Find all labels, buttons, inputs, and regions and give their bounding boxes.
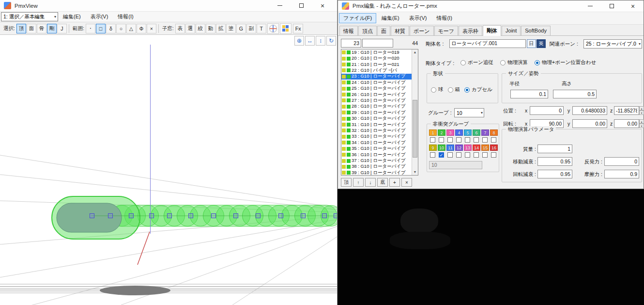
noncollision-group-button-15[interactable]: 15	[481, 144, 489, 151]
edit-mode-select[interactable]: 1: 選択／基本編集 ▾	[1, 12, 58, 21]
name-japanese-button[interactable]: 日	[527, 39, 536, 48]
fx-button[interactable]: Fx	[293, 24, 304, 33]
pmxedit-menu-item-0[interactable]: ファイル(F)	[339, 13, 376, 23]
noncollision-group-button-16[interactable]: 16	[490, 144, 498, 151]
rigidbody-list-item[interactable]: 31 : G10 | ローターパイプ	[341, 122, 412, 128]
group-select[interactable]: 10 ▾	[454, 108, 484, 117]
tab-情報[interactable]: 情報	[339, 26, 358, 35]
list-action-button-5[interactable]: ×	[401, 178, 412, 187]
rigidbody-list-item[interactable]: 33 : G10 | ローターパイプ	[341, 134, 412, 140]
height-input[interactable]	[553, 90, 597, 98]
rigidbody-list-item[interactable]: 23 : G10 | ローターパイプ	[341, 74, 412, 80]
scroll-down-icon[interactable]: ▼	[412, 169, 418, 175]
subwindow-button-3[interactable]: 動	[206, 24, 215, 33]
spinner-up-icon[interactable]: ▲	[639, 106, 644, 111]
name-english-button[interactable]: 英	[537, 39, 546, 48]
shape-option-2[interactable]: カプセル	[464, 86, 492, 93]
select-mode-button-2[interactable]: 骨	[37, 24, 46, 33]
noncollision-group-button-12[interactable]: 12	[455, 144, 463, 151]
pmxedit-titlebar[interactable]: Pmx編集 - れみこんローター.pmx ×	[338, 0, 644, 12]
pmxview-close-button[interactable]: ×	[312, 0, 333, 11]
mass-input[interactable]	[537, 144, 572, 153]
rigidbody-type-option-2[interactable]: 物理+ボーン位置合わせ	[535, 59, 596, 66]
subwindow-button-5[interactable]: 塗	[226, 24, 236, 33]
tab-頂点[interactable]: 頂点	[358, 26, 377, 35]
list-action-button-1[interactable]: ↑	[353, 178, 364, 187]
position-z-input[interactable]	[614, 106, 639, 115]
range-mode-button-5[interactable]: Φ	[137, 24, 146, 33]
repulsion-input[interactable]	[604, 157, 639, 166]
rigidbody-list-item[interactable]: 39 : G10 | ローターパイプ	[341, 170, 412, 176]
rigidbody-list-item[interactable]: 34 : G10 | ローターパイプ	[341, 140, 412, 145]
pmxview-titlebar[interactable]: PmxView ×	[0, 0, 337, 12]
select-mode-button-0[interactable]: 頂	[16, 24, 26, 33]
subwindow-button-8[interactable]: T	[257, 24, 266, 33]
list-scrollbar[interactable]: ▲ ▼	[412, 49, 418, 175]
pmxview-maximize-button[interactable]	[291, 0, 312, 11]
pmxview-menu-item-0[interactable]: 編集(E)	[58, 12, 86, 21]
noncollision-group-button-8[interactable]: 8	[490, 129, 498, 136]
position-x-input[interactable]	[530, 106, 564, 115]
tab-表示枠[interactable]: 表示枠	[459, 26, 482, 35]
shape-option-0[interactable]: 球	[431, 86, 444, 93]
scroll-up-icon[interactable]: ▲	[412, 49, 418, 55]
rotation-damping-input[interactable]	[537, 170, 572, 178]
pmxedit-menu-item-2[interactable]: 表示(V)	[405, 13, 431, 23]
subwindow-button-6[interactable]: G	[236, 24, 246, 33]
tab-モーフ[interactable]: モーフ	[434, 26, 459, 35]
rigidbody-list-item[interactable]: 20 : G10 | ローター020	[341, 55, 412, 61]
noncollision-checkbox-5[interactable]	[465, 137, 470, 143]
noncollision-group-button-3[interactable]: 3	[446, 129, 454, 136]
noncollision-checkbox-9[interactable]	[430, 152, 435, 158]
rigidbody-list-item[interactable]: 30 : G10 | ローターパイプ	[341, 115, 412, 121]
spinner-down-icon[interactable]: ▼	[639, 111, 644, 115]
range-mode-button-1[interactable]: □	[96, 24, 106, 33]
list-action-button-3[interactable]: 底	[377, 178, 388, 187]
pmxview-minimize-button[interactable]	[269, 0, 291, 11]
rigidbody-list-item[interactable]: 24 : G10 | ローターパイプ	[341, 80, 412, 85]
noncollision-group-button-4[interactable]: 4	[455, 129, 463, 136]
rigidbody-list-item[interactable]: 21 : G10 | ローター021	[341, 62, 412, 67]
selected-index-input[interactable]	[341, 39, 361, 48]
noncollision-checkbox-3[interactable]	[447, 137, 453, 143]
radius-input[interactable]	[510, 90, 548, 98]
noncollision-group-button-10[interactable]: 10	[438, 144, 445, 151]
range-mode-button-6[interactable]: ×	[147, 24, 156, 33]
list-action-button-2[interactable]: ↓	[365, 178, 376, 187]
grid-toggle-button[interactable]	[280, 23, 291, 34]
move-damping-input[interactable]	[537, 157, 572, 166]
viewport-3d[interactable]: ⊕↔↕↻	[0, 35, 337, 305]
noncollision-group-button-1[interactable]: 1	[429, 129, 437, 136]
range-mode-button-0[interactable]: ・	[86, 24, 95, 33]
tab-面[interactable]: 面	[377, 26, 390, 35]
shape-option-1[interactable]: 箱	[448, 86, 460, 93]
subwindow-button-1[interactable]: 選	[185, 24, 195, 33]
noncollision-checkbox-14[interactable]	[474, 152, 479, 158]
noncollision-group-button-2[interactable]: 2	[438, 129, 445, 136]
range-mode-button-2[interactable]: δ	[106, 24, 116, 33]
rigidbody-list-item[interactable]: 29 : G10 | ローターパイプ	[341, 110, 412, 115]
noncollision-checkbox-4[interactable]	[456, 137, 461, 143]
position-y-input[interactable]	[572, 106, 607, 115]
list-action-button-0[interactable]: 頂	[341, 178, 352, 187]
noncollision-group-button-14[interactable]: 14	[473, 144, 480, 151]
view-dolly-button[interactable]: ↕	[316, 36, 325, 46]
noncollision-group-button-5[interactable]: 5	[464, 129, 472, 136]
pmxedit-menu-item-3[interactable]: 情報(I)	[432, 13, 456, 23]
position-spinner[interactable]: ▲▼	[639, 106, 644, 115]
view-gizmo-button[interactable]: ⊕	[294, 36, 304, 46]
rigidbody-type-option-0[interactable]: ボーン追従	[460, 59, 493, 66]
noncollision-checkbox-6[interactable]	[474, 137, 479, 143]
subwindow-button-2[interactable]: 絞	[196, 24, 205, 33]
rotation-z-input[interactable]	[614, 119, 639, 128]
rigidbody-list-item[interactable]: 19 : G10 | ローター019	[341, 49, 412, 55]
view-pan-button[interactable]: ↔	[305, 36, 315, 46]
rigidbody-name-input[interactable]	[449, 39, 526, 48]
noncollision-checkbox-1[interactable]	[430, 137, 435, 143]
rigidbody-list-item[interactable]: 25 : G10 | ローターパイプ	[341, 85, 412, 91]
list-action-button-4[interactable]: +	[389, 178, 400, 187]
tab-ボーン[interactable]: ボーン	[410, 26, 434, 35]
rigidbody-list-item[interactable]: 36 : G10 | ローターパイプ	[341, 152, 412, 158]
select-mode-button-1[interactable]: 面	[27, 24, 36, 33]
noncollision-checkbox-8[interactable]	[491, 137, 496, 143]
